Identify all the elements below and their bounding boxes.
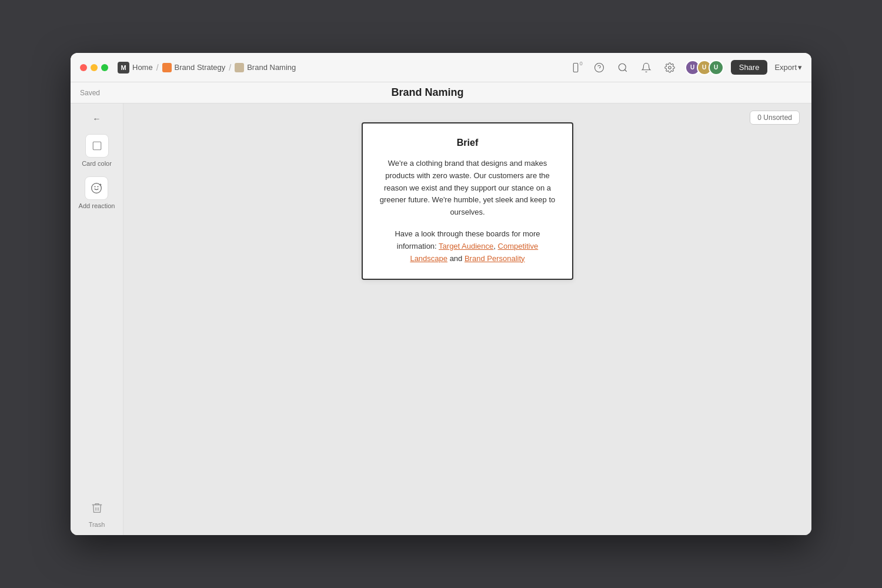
home-logo-icon: M xyxy=(118,62,129,74)
avatar-stack: U U U xyxy=(685,60,724,75)
add-reaction-label: Add reaction xyxy=(79,202,115,209)
main-area: ← Card color xyxy=(71,103,811,535)
trash-label: Trash xyxy=(89,521,105,528)
card-color-icon xyxy=(85,134,109,158)
share-button[interactable]: Share xyxy=(731,60,768,75)
home-label[interactable]: Home xyxy=(132,63,153,72)
canvas: 0 Unsorted Brief We're a clothing brand … xyxy=(123,103,811,535)
close-button[interactable] xyxy=(80,64,87,71)
brand-naming-label[interactable]: Brand Naming xyxy=(247,63,296,72)
breadcrumb-brand-naming[interactable]: Brand Naming xyxy=(235,63,296,72)
search-icon-button[interactable] xyxy=(614,59,631,76)
traffic-lights xyxy=(80,64,108,71)
export-label: Export xyxy=(774,63,797,72)
breadcrumb: M Home / Brand Strategy / Brand Naming xyxy=(118,62,567,74)
help-icon-button[interactable] xyxy=(591,59,607,76)
card-color-label: Card color xyxy=(82,160,112,167)
card-links: Have a look through these boards for mor… xyxy=(379,228,556,265)
breadcrumb-sep-2: / xyxy=(229,63,231,72)
phone-icon-button[interactable]: 0 xyxy=(567,59,584,76)
phone-badge: 0 xyxy=(580,61,583,66)
and-text: and xyxy=(447,254,465,263)
subbar-center: Brand Naming xyxy=(100,86,755,99)
settings-icon-button[interactable] xyxy=(662,59,678,76)
target-audience-link[interactable]: Target Audience xyxy=(439,242,493,250)
card-container: Brief We're a clothing brand that design… xyxy=(123,111,811,292)
add-reaction-item[interactable]: Add reaction xyxy=(79,176,115,209)
card-body: We're a clothing brand that designs and … xyxy=(379,158,556,219)
card-color-item[interactable]: Card color xyxy=(82,134,112,167)
back-arrow-icon: ← xyxy=(93,114,101,123)
export-chevron-icon: ▾ xyxy=(798,63,802,72)
svg-rect-0 xyxy=(573,63,578,72)
breadcrumb-home[interactable]: M Home xyxy=(118,62,153,74)
notification-icon-button[interactable] xyxy=(638,59,654,76)
brand-strategy-icon xyxy=(162,63,172,72)
saved-label: Saved xyxy=(80,89,100,97)
svg-point-6 xyxy=(668,66,671,69)
comma: , xyxy=(493,242,496,250)
brand-personality-link[interactable]: Brand Personality xyxy=(465,254,525,263)
maximize-button[interactable] xyxy=(101,64,108,71)
sidebar-bottom: Trash xyxy=(86,497,108,528)
svg-line-5 xyxy=(624,69,626,71)
back-button[interactable]: ← xyxy=(86,111,108,127)
breadcrumb-sep-1: / xyxy=(156,63,159,72)
avatar-3: U xyxy=(709,60,724,75)
svg-point-4 xyxy=(619,64,626,71)
sidebar: ← Card color xyxy=(71,103,123,535)
svg-point-2 xyxy=(594,63,603,72)
titlebar-actions: 0 xyxy=(567,59,802,76)
titlebar: M Home / Brand Strategy / Brand Naming 0 xyxy=(71,53,811,82)
minimize-button[interactable] xyxy=(91,64,98,71)
add-reaction-icon xyxy=(85,176,108,200)
page-title: Brand Naming xyxy=(100,86,755,99)
card-title: Brief xyxy=(379,138,556,148)
brief-card: Brief We're a clothing brand that design… xyxy=(362,122,573,280)
breadcrumb-brand-strategy[interactable]: Brand Strategy xyxy=(162,63,226,72)
unsorted-badge[interactable]: 0 Unsorted xyxy=(750,111,800,125)
export-button[interactable]: Export ▾ xyxy=(774,63,802,72)
brand-strategy-label[interactable]: Brand Strategy xyxy=(175,63,226,72)
subbar: Saved Brand Naming xyxy=(71,82,811,103)
app-window: M Home / Brand Strategy / Brand Naming 0 xyxy=(71,53,811,535)
trash-button[interactable] xyxy=(86,497,108,519)
brand-naming-icon xyxy=(235,63,244,72)
svg-rect-7 xyxy=(93,142,101,150)
